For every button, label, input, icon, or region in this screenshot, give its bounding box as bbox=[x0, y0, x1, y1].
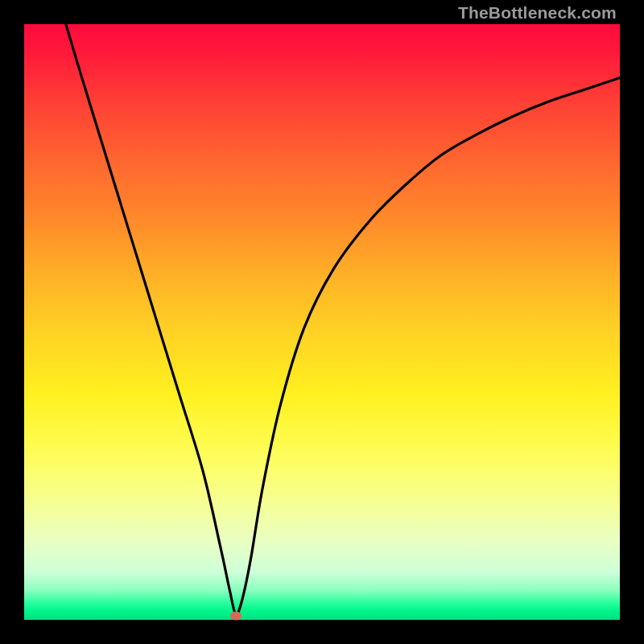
optimal-point-marker bbox=[230, 611, 242, 620]
curve-svg bbox=[24, 24, 620, 620]
bottleneck-curve bbox=[66, 24, 620, 614]
watermark-text: TheBottleneck.com bbox=[458, 3, 617, 23]
chart-frame: TheBottleneck.com bbox=[0, 0, 644, 644]
plot-area bbox=[24, 24, 620, 620]
